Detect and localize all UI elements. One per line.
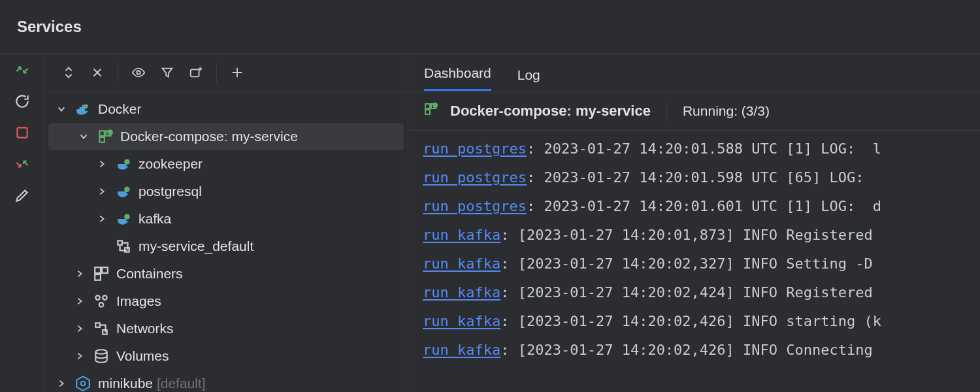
tree-node-images[interactable]: Images <box>44 287 408 315</box>
node-label: Docker-compose: my-service <box>120 129 298 144</box>
console-text: : [2023-01-27 14:20:02,426] INFO startin… <box>500 313 881 329</box>
services-tree[interactable]: Docker Docker-compose: my-service zookee… <box>44 91 408 392</box>
expand-collapse-icon[interactable] <box>60 64 77 81</box>
chevron-right-icon[interactable] <box>95 187 108 196</box>
tab-log[interactable]: Log <box>517 67 540 91</box>
console-text: : 2023-01-27 14:20:01.601 UTC [1] LOG: d <box>527 198 881 214</box>
chevron-right-icon[interactable] <box>73 324 86 333</box>
console-source-link[interactable]: run_kafka <box>423 284 500 301</box>
tab-dashboard[interactable]: Dashboard <box>424 65 491 91</box>
svg-marker-22 <box>76 376 90 391</box>
console-text: : [2023-01-27 14:20:02,327] INFO Setting… <box>500 255 873 272</box>
console-line: run_kafka: [2023-01-27 14:20:02,327] INF… <box>423 250 980 278</box>
svg-point-23 <box>81 382 86 386</box>
chevron-right-icon[interactable] <box>95 159 108 169</box>
refresh-icon[interactable] <box>12 91 32 111</box>
svg-rect-24 <box>425 104 430 108</box>
console-line: run_postgres: 2023-01-27 14:20:01.601 UT… <box>423 192 980 221</box>
chevron-down-icon[interactable] <box>77 132 90 141</box>
svg-rect-2 <box>191 69 199 76</box>
tree-node-minikube[interactable]: minikube [default] <box>44 370 408 392</box>
svg-rect-0 <box>17 127 27 137</box>
console-source-link[interactable]: run_kafka <box>423 227 500 243</box>
tree-node-zookeeper[interactable]: zookeeper <box>44 150 408 178</box>
container-running-icon <box>115 210 132 227</box>
svg-rect-4 <box>99 131 105 136</box>
connect-double-arrow-icon[interactable] <box>12 60 32 80</box>
network-icon <box>115 238 132 255</box>
chevron-down-icon[interactable] <box>55 105 68 114</box>
svg-rect-11 <box>118 240 122 245</box>
console-output[interactable]: run_postgres: 2023-01-27 14:20:01.588 UT… <box>408 131 980 392</box>
svg-point-10 <box>124 214 130 220</box>
container-running-icon <box>115 155 132 172</box>
console-line: run_kafka: [2023-01-27 14:20:02,426] INF… <box>423 307 980 336</box>
svg-rect-19 <box>95 323 100 327</box>
chevron-right-icon[interactable] <box>95 214 108 223</box>
svg-point-27 <box>433 103 438 108</box>
disconnect-double-arrow-icon[interactable] <box>12 154 32 174</box>
tree-node-networks[interactable]: Networks <box>44 315 408 342</box>
tree-node-docker[interactable]: Docker <box>44 95 408 123</box>
tree-node-volumes[interactable]: Volumes <box>44 342 408 370</box>
new-tab-icon[interactable] <box>188 64 204 81</box>
dashboard-header: Docker-compose: my-service Running: (3/3… <box>408 91 980 131</box>
tree-node-network-default[interactable]: my-service_default <box>44 233 408 260</box>
view-icon[interactable] <box>130 64 147 81</box>
tree-node-containers[interactable]: Containers <box>44 260 408 287</box>
chevron-right-icon[interactable] <box>73 297 86 306</box>
console-source-link[interactable]: run_kafka <box>423 313 500 329</box>
stop-icon[interactable] <box>12 123 32 142</box>
tree-node-compose[interactable]: Docker-compose: my-service <box>48 123 404 150</box>
svg-point-1 <box>137 71 140 74</box>
console-source-link[interactable]: run_postgres <box>423 140 527 157</box>
filter-icon[interactable] <box>159 64 176 81</box>
edit-icon[interactable] <box>12 186 32 205</box>
svg-rect-26 <box>425 110 430 114</box>
tree-node-postgresql[interactable]: postgresql <box>44 178 408 205</box>
node-label: zookeeper <box>139 156 203 172</box>
docker-icon <box>74 101 91 118</box>
console-source-link[interactable]: run_postgres <box>423 198 527 214</box>
console-text: : [2023-01-27 14:20:01,873] INFO Registe… <box>500 227 881 243</box>
vertical-action-gutter <box>0 54 44 392</box>
tree-toolbar <box>44 54 408 91</box>
containers-icon <box>93 265 110 282</box>
services-tree-panel: Docker Docker-compose: my-service zookee… <box>44 54 408 392</box>
close-icon[interactable] <box>89 64 106 81</box>
console-line: run_kafka: [2023-01-27 14:20:01,873] INF… <box>423 221 980 250</box>
node-label: my-service_default <box>139 238 253 254</box>
console-line: run_postgres: 2023-01-27 14:20:01.598 UT… <box>423 163 980 192</box>
console-text: : [2023-01-27 14:20:02,424] INFO Registe… <box>500 284 881 301</box>
node-label: Containers <box>116 266 183 282</box>
console-source-link[interactable]: run_kafka <box>423 255 500 272</box>
networks-icon <box>93 320 110 337</box>
svg-rect-13 <box>95 267 101 273</box>
console-line: run_kafka: [2023-01-27 14:20:02,426] INF… <box>423 336 980 365</box>
svg-point-18 <box>99 302 104 307</box>
tree-node-kafka[interactable]: kafka <box>44 205 408 233</box>
node-label: minikube [default] <box>98 376 206 391</box>
title-text: Services <box>17 18 82 36</box>
chevron-right-icon[interactable] <box>55 379 68 388</box>
add-icon[interactable] <box>229 64 246 81</box>
chevron-right-icon[interactable] <box>73 269 86 278</box>
chevron-right-icon[interactable] <box>73 351 86 361</box>
svg-point-21 <box>95 350 106 354</box>
dashboard-status: Running: (3/3) <box>683 103 770 119</box>
content-panel: Dashboard Log Docker-compose: my-service… <box>408 54 980 392</box>
console-line: run_postgres: 2023-01-27 14:20:01.588 UT… <box>423 135 980 163</box>
compose-icon <box>423 101 438 120</box>
container-running-icon <box>115 183 132 200</box>
node-label: Images <box>116 293 161 309</box>
separator <box>118 62 118 83</box>
console-source-link[interactable]: run_kafka <box>423 342 500 358</box>
compose-icon <box>97 128 114 145</box>
console-source-link[interactable]: run_postgres <box>423 169 527 186</box>
node-label: kafka <box>139 211 171 227</box>
content-tabs: Dashboard Log <box>408 54 980 91</box>
kubernetes-icon <box>74 375 91 392</box>
images-icon <box>93 293 110 310</box>
console-text: : 2023-01-27 14:20:01.588 UTC [1] LOG: l <box>527 140 881 157</box>
dashboard-title: Docker-compose: my-service <box>450 103 651 120</box>
